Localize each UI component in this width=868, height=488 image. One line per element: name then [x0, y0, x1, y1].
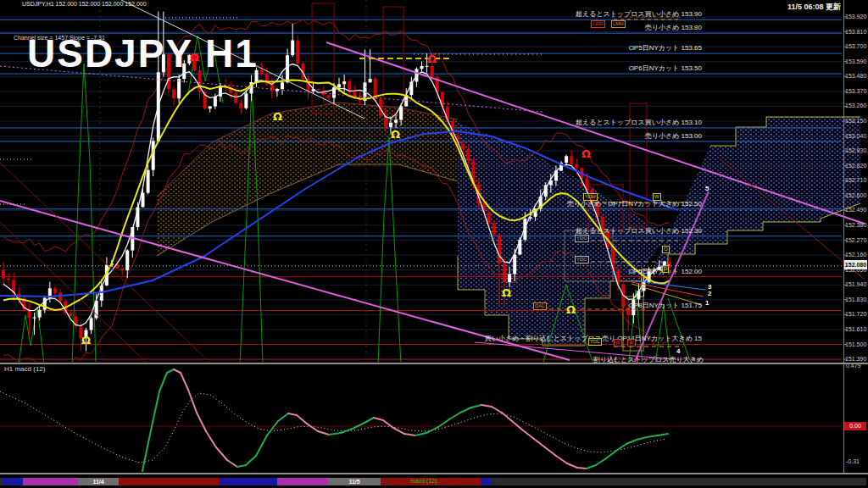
price-tick-label: 151.720: [845, 311, 866, 317]
macd-axis-bottom-label: -0.31: [846, 458, 860, 464]
macd-main-line: [237, 465, 246, 467]
price-tag-box[interactable]: LMH: [611, 20, 626, 28]
macd-main-line: [587, 465, 596, 469]
macd-main-line: [374, 418, 383, 420]
macd-main-line: [159, 373, 167, 391]
macd-main-line: [556, 456, 567, 463]
macd-main-line: [426, 427, 438, 433]
price-tick-label: 153.590: [845, 58, 866, 64]
macd-main-line: [297, 415, 307, 424]
price-tick-label: 152.930: [845, 147, 866, 153]
price-tick-label: 153.700: [845, 43, 866, 49]
price-tick-label: 153.810: [845, 29, 866, 35]
macd-main-line: [197, 413, 206, 431]
price-tag-box[interactable]: W: [627, 339, 636, 347]
macd-main-line: [307, 424, 318, 431]
timeline-date-segment: 11/4: [78, 478, 119, 485]
price-tick-label: 151.500: [845, 341, 866, 347]
price-tag-box[interactable]: W: [614, 339, 622, 347]
macd-main-line: [523, 430, 534, 439]
timeline-date-segment: 11/5: [328, 478, 381, 485]
macd-signal-line: [0, 391, 665, 463]
macd-main-line: [471, 405, 481, 408]
macd-main-line: [188, 390, 197, 413]
macd-zero-marker: 0.00: [844, 422, 866, 430]
macd-main-line: [460, 408, 471, 413]
macd-main-line: [481, 405, 492, 407]
pane-separator-bottom[interactable]: [0, 473, 868, 474]
price-tag-box[interactable]: O: [662, 246, 670, 253]
price-tick-label: 152.380: [845, 222, 866, 228]
level-annotation[interactable]: 超えるとストップロス買い小さめ 153.90: [576, 9, 702, 19]
level-annotation[interactable]: 売り小さめ 153.00: [645, 131, 702, 141]
macd-main-line: [278, 413, 288, 421]
price-tick-label: 152.270: [845, 237, 866, 243]
timeline-session-segment: [277, 478, 328, 485]
macd-main-line: [246, 456, 256, 465]
price-tick-label: 153.260: [845, 103, 866, 108]
macd-main-line: [181, 373, 188, 390]
price-tick-label: 152.490: [845, 207, 866, 213]
price-tick-label: 153.480: [845, 73, 866, 79]
timeline-indicator-tag: macd (12): [410, 478, 437, 484]
macd-main-line: [267, 421, 278, 435]
macd-main-line: [415, 433, 426, 435]
price-tag-box[interactable]: YDL: [588, 338, 602, 346]
macd-main-line: [534, 439, 545, 447]
macd-main-line: [288, 413, 297, 415]
macd-main-line: [658, 434, 668, 435]
price-tag-box[interactable]: W: [653, 193, 661, 201]
macd-main-line: [364, 418, 374, 423]
price-tick-label: 152.710: [845, 177, 866, 183]
price-tag-box[interactable]: LWH: [591, 20, 605, 28]
price-tick-label: 151.830: [845, 297, 866, 302]
macd-main-line: [227, 460, 237, 467]
level-annotation[interactable]: OP8日NYカット 151.75: [629, 301, 702, 310]
macd-main-line: [577, 468, 587, 469]
price-tag-box[interactable]: YDC: [575, 256, 589, 263]
price-tick-label: 152.600: [845, 192, 866, 198]
level-annotation[interactable]: 売り小さめ 153.80: [645, 23, 702, 32]
price-tag-box[interactable]: DAL: [533, 302, 547, 310]
current-price-box: 152.080: [844, 260, 867, 269]
fan-line-number: 2: [708, 290, 711, 297]
macd-main-line: [404, 434, 415, 435]
fan-line-number: 1: [705, 299, 709, 307]
macd-main-line: [206, 431, 216, 447]
price-tick-label: 152.820: [845, 163, 866, 169]
macd-main-line: [167, 369, 174, 373]
price-tag-box[interactable]: YDH: [583, 193, 598, 201]
price-tick-label: 153.920: [845, 14, 866, 19]
price-tag-box[interactable]: YDO: [575, 235, 589, 242]
macd-main-line: [596, 458, 606, 465]
macd-main-line: [492, 407, 502, 413]
macd-main-line: [216, 447, 227, 460]
macd-main-line: [449, 413, 460, 419]
macd-indicator-label: H1 macd (12): [4, 365, 45, 373]
level-annotation[interactable]: OP6日NYカット 153.50: [629, 64, 702, 73]
level-annotations: 超えるとストップロス買い小さめ 153.90売り小さめ 153.80OP5日NY…: [0, 0, 868, 363]
timeline-session-segment: [481, 478, 491, 485]
timeline-session-segment: [23, 478, 78, 485]
price-tag-box[interactable]: D: [662, 265, 669, 273]
macd-main-line: [341, 429, 353, 433]
macd-main-line: [545, 447, 556, 456]
macd-main-line: [174, 369, 181, 373]
price-tick-label: 153.150: [845, 118, 866, 124]
level-annotation[interactable]: 超えるとストップロス買い小さめ 152.30: [576, 226, 702, 236]
macd-main-line: [647, 435, 658, 437]
macd-main-line: [637, 437, 647, 440]
trading-terminal-window: USDJPY H1 ΩΩΩΩΩΩΩΩ USDJPY,H1 152.000 152…: [0, 0, 868, 488]
price-tick-label: 151.940: [845, 281, 866, 287]
axis-divider: [843, 0, 844, 473]
macd-main-line: [329, 433, 341, 435]
fan-line-number: 5: [705, 185, 709, 192]
level-annotation[interactable]: 超えるとストップロス買い小さめ 153.10: [576, 118, 702, 127]
level-annotation[interactable]: OP5日NYカット 153.65: [629, 43, 702, 53]
price-tick-label: 151.610: [845, 326, 866, 332]
pane-separator-top[interactable]: [0, 363, 868, 364]
price-tick-label: 153.370: [845, 88, 866, 94]
level-annotation[interactable]: 割り込むとストップロス売り大きめ: [593, 355, 704, 363]
price-tick-label: 153.040: [845, 133, 866, 139]
time-axis[interactable]: 11/411/5 macd (12): [0, 474, 868, 488]
